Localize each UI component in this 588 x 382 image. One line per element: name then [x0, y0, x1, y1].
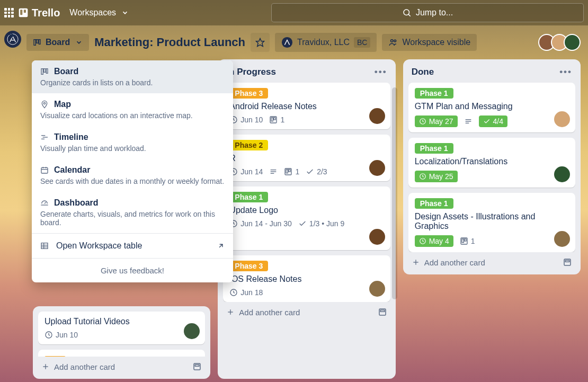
option-desc: Visually plan time and workload. — [40, 144, 225, 153]
svg-rect-53 — [380, 310, 385, 312]
card-label: Phase 1 — [229, 192, 268, 202]
list-done: Done ••• Phase 1 GTM Plan and Messaging … — [403, 59, 581, 274]
expand-sidebar-button[interactable] — [7, 31, 17, 42]
card[interactable]: Phase 1 Localization/Translations May 25 — [408, 138, 575, 188]
member-avatar[interactable] — [369, 108, 385, 124]
add-card-button[interactable]: Add another card — [223, 302, 390, 319]
view-option-calendar[interactable]: Calendar See cards with due dates in a m… — [32, 159, 233, 192]
board-icon — [40, 67, 49, 76]
plus-icon — [41, 362, 50, 371]
card-title: Design Assets - Illustrations and Graphi… — [415, 212, 569, 231]
option-title: Calendar — [54, 165, 90, 175]
due-date: Jun 10 — [229, 116, 263, 124]
trello-logo[interactable]: Trello — [18, 7, 60, 19]
template-icon[interactable] — [378, 307, 387, 317]
attachment-count: 1 — [284, 167, 299, 176]
option-desc: Organize cards in lists on a board. — [40, 78, 225, 87]
card[interactable]: Phase 3 iOS Release Notes Jun 18 — [223, 255, 390, 302]
card[interactable]: Phase 1 Update Logo Jun 14 - Jun 30 1/3 … — [223, 186, 390, 250]
checklist-icon — [483, 118, 491, 125]
card[interactable]: Phase 3 Android Release Notes Jun 10 1 — [223, 83, 390, 129]
visibility-label: Workspace visible — [402, 38, 470, 47]
star-button[interactable] — [251, 33, 270, 52]
people-icon — [388, 38, 398, 47]
card-label — [44, 356, 66, 357]
view-label: Board — [46, 38, 70, 47]
list-menu-button[interactable]: ••• — [559, 67, 572, 77]
option-title: Dashboard — [54, 198, 99, 208]
apps-menu-button[interactable] — [4, 8, 14, 17]
svg-rect-62 — [464, 239, 466, 241]
card[interactable]: Phase 1 GTM Plan and Messaging May 27 4/… — [408, 83, 575, 132]
svg-line-25 — [44, 202, 46, 204]
trello-icon — [269, 116, 278, 124]
member-avatar[interactable] — [564, 34, 581, 51]
svg-rect-21 — [41, 167, 48, 173]
card[interactable]: Upload Tutorial Videos Jun 10 — [38, 312, 205, 344]
workspace-chip[interactable]: Travidux, LLC BC — [275, 33, 377, 52]
clock-icon — [419, 237, 426, 245]
svg-line-31 — [219, 244, 222, 247]
member-avatar[interactable] — [369, 229, 385, 245]
view-option-map[interactable]: Map Visualize card locations on an inter… — [32, 93, 233, 126]
svg-rect-47 — [289, 170, 290, 172]
svg-rect-61 — [462, 239, 464, 243]
template-icon[interactable] — [192, 362, 202, 371]
table-icon — [40, 242, 49, 250]
card[interactable]: Phase 1 Design Assets - Illustrations an… — [408, 193, 575, 252]
calendar-icon — [40, 166, 49, 174]
search-bar[interactable]: Jump to... — [271, 3, 584, 22]
workspaces-button[interactable]: Workspaces — [64, 5, 134, 21]
checklist-count: 1/3 • Jun 9 — [298, 219, 344, 228]
template-icon[interactable] — [563, 257, 572, 267]
add-card-label: Add another card — [424, 258, 485, 267]
svg-rect-9 — [39, 40, 40, 45]
workspaces-label: Workspaces — [69, 8, 116, 17]
card[interactable]: Phase 2 R Jun 14 1 2/3 — [223, 135, 390, 181]
member-avatar[interactable] — [554, 166, 570, 182]
dashboard-icon — [40, 199, 49, 207]
list-scrollbar[interactable] — [392, 87, 397, 299]
visibility-button[interactable]: Workspace visible — [382, 34, 477, 51]
board-members[interactable] — [542, 34, 581, 51]
card-title: iOS Release Notes — [229, 274, 384, 284]
option-title: Map — [54, 100, 71, 109]
timeline-icon — [40, 133, 49, 141]
add-card-button[interactable]: Add another card — [38, 357, 205, 374]
svg-rect-66 — [565, 260, 569, 262]
list-title[interactable]: In Progress — [226, 67, 276, 77]
card-title: Upload Tutorial Videos — [44, 317, 199, 326]
workspace-name: Travidux, LLC — [297, 38, 350, 47]
plus-icon — [412, 258, 420, 266]
member-avatar[interactable] — [554, 231, 570, 247]
svg-point-3 — [404, 10, 409, 15]
member-avatar[interactable] — [554, 111, 570, 127]
svg-point-17 — [43, 102, 45, 104]
member-avatar[interactable] — [369, 160, 385, 176]
member-avatar[interactable] — [369, 281, 385, 297]
svg-rect-7 — [34, 40, 35, 46]
board-title[interactable]: Marketing: Product Launch — [94, 35, 245, 49]
svg-rect-16 — [46, 69, 48, 74]
add-card-button[interactable]: Add another card — [408, 252, 575, 269]
due-date: Jun 18 — [229, 288, 263, 297]
view-switcher-button[interactable]: Board — [26, 34, 89, 51]
logo-text: Trello — [32, 7, 60, 19]
chevron-down-icon — [75, 39, 83, 46]
search-placeholder: Jump to... — [416, 8, 453, 17]
plus-icon — [226, 308, 235, 316]
view-option-dashboard[interactable]: Dashboard Generate charts, visuals, and … — [32, 192, 233, 233]
svg-rect-36 — [195, 365, 200, 366]
option-desc: Visualize card locations on an interacti… — [40, 111, 225, 120]
feedback-link[interactable]: Give us feedback! — [32, 259, 233, 282]
card-title: Android Release Notes — [229, 102, 384, 111]
card[interactable] — [38, 350, 205, 357]
list-menu-button[interactable]: ••• — [375, 67, 387, 77]
clock-icon — [44, 331, 53, 339]
due-date-complete: May 25 — [415, 171, 458, 182]
view-option-board[interactable]: Board Organize cards in lists on a board… — [32, 60, 233, 93]
svg-rect-8 — [37, 40, 38, 43]
open-workspace-table-link[interactable]: Open Workspace table — [32, 234, 233, 258]
view-option-timeline[interactable]: Timeline Visually plan time and workload… — [32, 126, 233, 159]
list-title[interactable]: Done — [412, 67, 434, 77]
